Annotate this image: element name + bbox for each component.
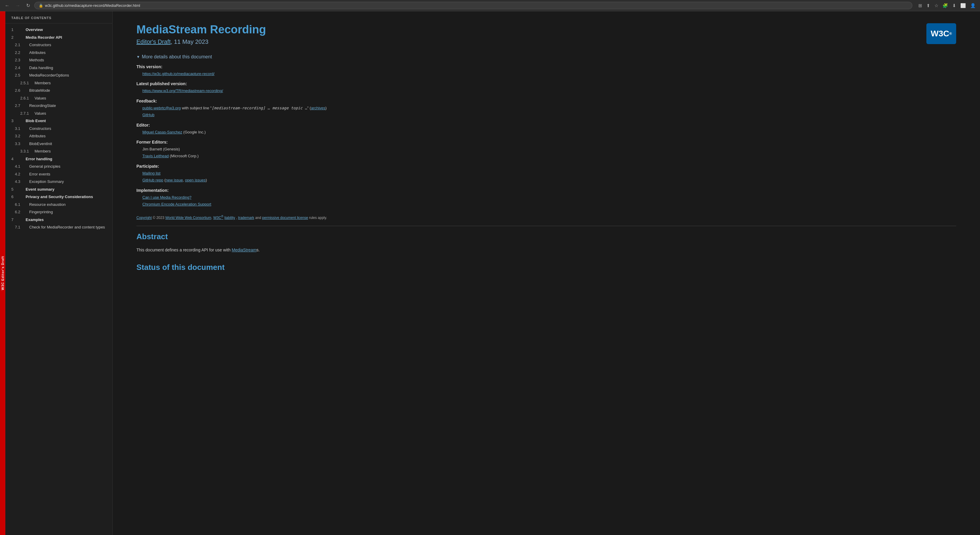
open-issues-link[interactable]: open issues [185,178,205,182]
toc-item[interactable]: 2Media Recorder API [5,33,112,41]
back-button[interactable]: ← [3,2,11,9]
toc-item[interactable]: 2.7RecordingState [5,102,112,110]
liability-link[interactable]: liability [224,216,235,220]
url-text: w3c.github.io/mediacapture-record/MediaR… [45,3,140,8]
toc-item[interactable]: 6.2Fingerprinting [5,208,112,216]
impl-link1[interactable]: Can I use Media Recording? [142,195,191,200]
latest-version-link[interactable]: https://www.w3.org/TR/mediastream-record… [142,89,223,93]
feedback-email-link[interactable]: public-webrtc@w3.org [142,106,181,110]
toc-item[interactable]: 6Privacy and Security Considerations [5,193,112,201]
extensions-button[interactable]: ⊞ [917,2,923,9]
toc-item[interactable]: 2.5MediaRecorderOptions [5,72,112,79]
main-content: MediaStream Recording Editor's Draft, 11… [113,11,980,535]
implementation-value: Can I use Media Recording? Chromium Enco… [137,194,956,208]
reload-button[interactable]: ↻ [24,2,32,9]
toc-item[interactable]: 2.4Data handling [5,64,112,72]
this-version-link[interactable]: https://w3c.github.io/mediacapture-recor… [142,72,215,76]
copyright-org-link[interactable]: World Wide Web Consortium [165,216,211,220]
latest-version-label: Latest published version: [137,81,956,86]
toc-item[interactable]: 1Overview [5,26,112,33]
window-button[interactable]: ⬜ [959,2,967,9]
participate-row: Participate: Mailing list GitHub repo (n… [137,164,956,184]
toc-item-label: Overview [25,27,43,33]
github-repo-link[interactable]: GitHub repo [142,178,163,182]
w3c-logo: W3C® [926,23,956,44]
toc-item[interactable]: 7Examples [5,216,112,224]
w3c-sup: ® [221,215,223,218]
abstract-section: Abstract This document defines a recordi… [137,232,956,254]
toc-item[interactable]: 2.6BitrateMode [5,87,112,94]
toc-item-label: Attributes [29,50,46,56]
abstract-suffix: s. [256,248,260,252]
feedback-value: public-webrtc@w3.org with subject line "… [137,105,956,119]
toc-item-num: 3.2 [15,133,25,139]
feedback-github-link[interactable]: GitHub [142,113,154,117]
toc-item-num: 2.5 [15,72,25,78]
toc-item[interactable]: 2.2Attributes [5,49,112,57]
toc-item[interactable]: 3.3BlobEventInit [5,140,112,148]
toc-item[interactable]: 4.1General principles [5,162,112,170]
toc-item[interactable]: 4.3Exception Summary [5,178,112,186]
copyright-line: Copyright © 2023 World Wide Web Consorti… [137,215,956,220]
toc-item[interactable]: 3Blob Event [5,117,112,125]
w3c-link[interactable]: W3C® [213,216,223,220]
puzzle-button[interactable]: 🧩 [941,2,949,9]
w3c-editor-tab[interactable]: W3C Editor's Draft [0,11,5,535]
toc-item-num: 6.2 [15,209,25,215]
copyright-and2: and [255,216,262,220]
toc-item-num: 7.1 [15,224,25,230]
new-issue-link[interactable]: new issue [165,178,183,182]
toc-item-label: Exception Summary [29,179,64,185]
mailing-list-link[interactable]: Mailing list [142,171,161,175]
toc-item[interactable]: 4.2Error events [5,170,112,178]
toc-item[interactable]: 3.1Constructors [5,125,112,132]
feedback-archives-link[interactable]: archives [311,106,325,110]
impl-link2[interactable]: Chromium Encode Acceleration Support [142,202,211,207]
toc-item[interactable]: 2.7.1Values [5,110,112,117]
profile-button[interactable]: 👤 [969,2,977,9]
toc-item-num: 3.1 [15,126,25,132]
toc-item[interactable]: 2.1Constructors [5,41,112,49]
participate-label: Participate: [137,164,956,169]
bookmark-button[interactable]: ☆ [933,2,940,9]
toc-item-num: 4.1 [15,164,25,169]
toc-item[interactable]: 2.6.1Values [5,94,112,102]
feedback-label: Feedback: [137,99,956,103]
forward-button[interactable]: → [14,2,22,9]
toc-item[interactable]: 4Error handling [5,155,112,163]
trademark-link[interactable]: trademark [238,216,254,220]
toc-item[interactable]: 3.3.1Members [5,148,112,155]
toc-item-label: Members [35,148,51,154]
toc-item-label: Event summary [25,186,54,193]
toc-item[interactable]: 2.3Methods [5,56,112,64]
toc-item[interactable]: 5Event summary [5,186,112,193]
copyright-link[interactable]: Copyright [137,216,152,220]
toc-item[interactable]: 7.1Check for MediaRecorder and content t… [5,223,112,231]
toc-item[interactable]: 2.5.1Members [5,79,112,87]
license-link[interactable]: permissive document license [262,216,308,220]
address-bar[interactable]: 🔒 w3c.github.io/mediacapture-record/Medi… [34,2,912,9]
editor-row: Editor: Miguel Casas-Sanchez (Google Inc… [137,123,956,135]
latest-version-row: Latest published version: https://www.w3… [137,81,956,94]
toc-item[interactable]: 6.1Resource exhaustion [5,201,112,209]
former-editor2-link[interactable]: Travis Leithead [142,154,169,158]
doc-header: MediaStream Recording Editor's Draft, 11… [137,23,956,45]
draft-link[interactable]: Editor's Draft [137,38,171,45]
this-version-row: This version: https://w3c.github.io/medi… [137,64,956,77]
feedback-row: Feedback: public-webrtc@w3.org with subj… [137,99,956,119]
doc-subtitle: Editor's Draft, 11 May 2023 [137,38,266,45]
status-section: Status of this document [137,263,956,272]
toc-item-num: 3.3 [15,141,25,147]
details-toggle[interactable]: More details about this document [137,54,956,60]
editor-name-link[interactable]: Miguel Casas-Sanchez [142,130,182,134]
toc-item-label: Privacy and Security Considerations [25,194,93,200]
toc-item-label: Error events [29,171,50,177]
toc-item-label: Values [35,96,46,101]
mediastream-link[interactable]: MediaStream [232,248,256,252]
share-button[interactable]: ⬆ [925,2,931,9]
toc-item-num: 2.5.1 [20,80,31,86]
toc-item-num: 4.3 [15,179,25,185]
download-button[interactable]: ⬇ [951,2,957,9]
toc-item-num: 2.7.1 [20,110,31,116]
toc-item[interactable]: 3.2Attributes [5,132,112,140]
